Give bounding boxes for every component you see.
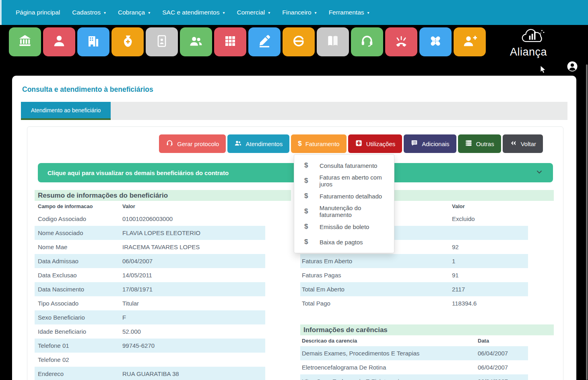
field-value: 2117: [452, 286, 465, 293]
field-value: 06/04/2007: [478, 378, 508, 380]
field-value: RUA GUARATIBA 38: [122, 370, 179, 377]
utilizacoes-button[interactable]: Utilizações: [348, 134, 402, 153]
outras-button[interactable]: Outras: [458, 134, 501, 153]
table-row: Tipo AssociadoTitular: [35, 296, 265, 310]
field-label: Tipo Associado: [38, 300, 122, 307]
top-nav: Página principal Cadastros▾ Cobrança▾ SA…: [0, 0, 588, 25]
table-row: Faturas Pagas91: [300, 268, 528, 282]
mouse-cursor: [540, 65, 547, 76]
idcard-button[interactable]: [146, 27, 178, 56]
nav-sac-atendimentos[interactable]: SAC e atendimentos▾: [162, 9, 225, 16]
nav-pagina-principal[interactable]: Página principal: [16, 9, 60, 16]
pharmacy-button[interactable]: [111, 27, 144, 56]
table-row: Faturas Em Aberto1: [300, 254, 528, 268]
menu-manutencao-do-faturamento[interactable]: $Manutenção do faturamento: [294, 204, 394, 219]
field-value: 14/05/2011: [122, 272, 152, 279]
headset-icon: [360, 34, 374, 50]
field-label: Faturas Pagas: [302, 272, 452, 279]
chevron-down-icon: [535, 168, 543, 178]
menu-consulta-faturamento[interactable]: $Consulta faturamento: [294, 158, 394, 173]
table-row: Data Nascimento17/08/1971: [35, 282, 265, 296]
menu-faturas-em-aberto-com-juros[interactable]: $Faturas em aberto com juros: [294, 173, 394, 188]
nav-cobranca[interactable]: Cobrança▾: [118, 9, 150, 16]
chevron-down-icon: ▾: [268, 10, 270, 15]
nav-ferramentas[interactable]: Ferramentas▾: [329, 9, 369, 16]
vertical-scrollbar[interactable]: [586, 64, 588, 380]
field-value: 91: [452, 272, 459, 279]
dollar-icon: $: [304, 207, 309, 215]
gerar-protocolo-button[interactable]: Gerar protocolo: [159, 134, 226, 153]
table-row: Nome AssociadoFLAVIA LOPES ELEOTERIO: [35, 226, 265, 240]
chevron-down-icon: ▾: [223, 10, 225, 15]
phone-missed-button[interactable]: [385, 27, 417, 56]
hospital-button[interactable]: [77, 27, 109, 56]
field-value: 06/04/2007: [122, 258, 153, 264]
field-label: Data Exclusao: [38, 272, 122, 279]
bank-button[interactable]: [9, 27, 41, 56]
field-value: 17/08/1971: [122, 286, 153, 293]
field-label: Sexo Beneficiario: [38, 314, 122, 321]
chevron-down-icon: ▾: [315, 10, 317, 15]
table-row: Total Em Aberto2117: [300, 282, 528, 296]
field-value: 52.000: [122, 328, 141, 335]
dollar-icon: $: [304, 223, 309, 231]
chevron-down-icon: ▾: [367, 10, 369, 15]
field-label: Nome Associado: [38, 229, 122, 236]
comment-list-icon: [411, 139, 418, 148]
field-label: Eletroencefalograma De Rotina: [302, 364, 478, 371]
person-add-icon: [462, 34, 477, 50]
field-label: Data Nascimento: [38, 286, 122, 293]
grid-button[interactable]: [214, 27, 246, 56]
table-header: Descricao da carenciaData: [300, 335, 528, 346]
atendimentos-button[interactable]: Atendimentos: [227, 134, 289, 153]
menu-baixa-de-pagtos[interactable]: $Baixa de pagtos: [294, 234, 394, 250]
edit-button[interactable]: [248, 27, 281, 56]
faturamento-dropdown-menu: $Consulta faturamento $Faturas em aberto…: [294, 154, 394, 253]
adduser-button[interactable]: [454, 27, 486, 56]
menu-faturamento-detalhado[interactable]: $Faturamento detalhado: [294, 188, 394, 204]
bookflip-button[interactable]: [317, 27, 349, 56]
people-button[interactable]: [180, 27, 212, 56]
section-title: Resumo de informações do beneficiário: [35, 190, 291, 201]
field-label: Ultra-Som, Endoscopia E Fisioterapia: [302, 378, 478, 380]
dollar-icon: $: [304, 161, 309, 169]
beneficiary-summary-section: Resumo de informações do beneficiário Ca…: [35, 190, 291, 380]
medical-plus-icon: [355, 139, 363, 148]
nav-cadastros[interactable]: Cadastros▾: [72, 9, 106, 16]
field-value: 06/04/2007: [478, 350, 508, 357]
table-row: Eletroencefalograma De Rotina06/04/2007: [300, 360, 528, 374]
nav-comercial[interactable]: Comercial▾: [237, 9, 270, 16]
faturamento-button[interactable]: $Faturamento: [291, 134, 347, 153]
field-label: Nome Mae: [38, 244, 122, 250]
icon-shortcut-bar: Aliança: [0, 25, 588, 76]
back-arrows-icon: [510, 139, 517, 148]
field-label: Endereco: [38, 370, 122, 377]
chevron-down-icon: ▾: [104, 10, 106, 15]
bandage-icon: [428, 34, 443, 50]
menu-emissao-de-boleto[interactable]: $Emissão de boleto: [294, 219, 394, 234]
adicionais-button[interactable]: Adicionais: [404, 134, 456, 153]
field-value: Titular: [122, 300, 139, 307]
field-label: Codigo Associado: [38, 215, 122, 222]
field-label: Telefone 02: [38, 356, 122, 363]
people-icon: [189, 34, 203, 50]
nav-financeiro[interactable]: Financeiro▾: [282, 9, 316, 16]
phone-missed-icon: [394, 34, 409, 50]
attachment-icon: [291, 34, 306, 50]
field-value: 010010206003000: [122, 215, 173, 222]
headset-button[interactable]: [351, 27, 383, 56]
table-row: Demais Exames, Procedimentos E Terapias0…: [300, 346, 528, 360]
user-avatar[interactable]: [566, 60, 578, 72]
field-label: Faturas Em Aberto: [302, 258, 452, 264]
person-icon: [52, 34, 66, 50]
bandage-button[interactable]: [419, 27, 452, 56]
voltar-button[interactable]: Voltar: [503, 134, 543, 153]
pharmacy-icon: [120, 34, 135, 50]
bank-icon: [18, 34, 32, 50]
table-row: EnderecoRUA GUARATIBA 38: [35, 367, 265, 380]
person-button[interactable]: [43, 27, 75, 56]
pencil-icon: [257, 34, 272, 50]
field-value: Excluido: [452, 215, 475, 222]
attachment-button[interactable]: [283, 27, 315, 56]
tab-atendimento-beneficiario[interactable]: Atendimento ao beneficiário: [21, 102, 111, 120]
